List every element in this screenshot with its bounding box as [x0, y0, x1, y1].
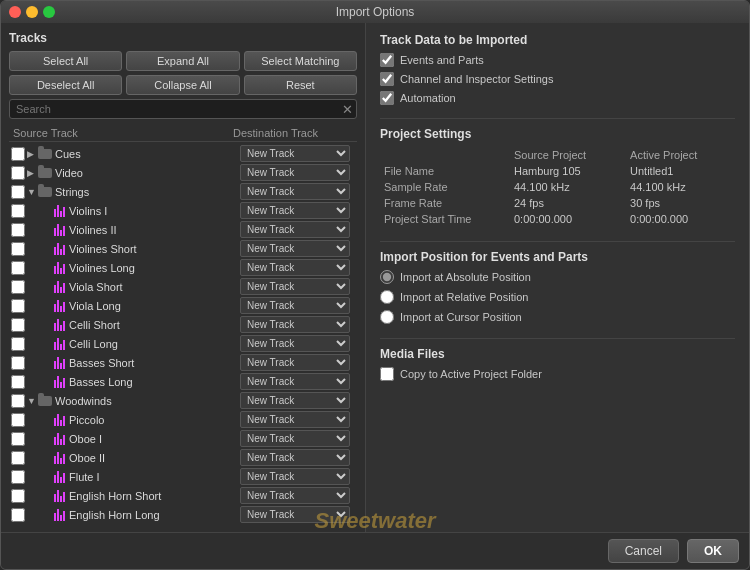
dest-select[interactable]: New Track — [240, 392, 350, 409]
setting-source: 44.100 kHz — [510, 179, 626, 195]
dest-select[interactable]: New Track — [240, 430, 350, 447]
track-expand-icon[interactable]: ▼ — [27, 396, 37, 406]
track-checkbox[interactable] — [11, 280, 25, 294]
track-name-label: Strings — [55, 186, 240, 198]
dest-select[interactable]: New Track — [240, 354, 350, 371]
track-checkbox[interactable] — [11, 413, 25, 427]
radio-cursor-input[interactable] — [380, 310, 394, 324]
track-checkbox[interactable] — [11, 375, 25, 389]
track-row: Oboe IINew Track — [9, 448, 357, 467]
search-input[interactable] — [9, 99, 357, 119]
dest-select[interactable]: New Track — [240, 449, 350, 466]
left-panel: Tracks Select All Expand All Select Matc… — [1, 23, 366, 532]
track-name-label: Viola Short — [69, 281, 240, 293]
select-matching-button[interactable]: Select Matching — [244, 51, 357, 71]
automation-checkbox[interactable] — [380, 91, 394, 105]
dest-select[interactable]: New Track — [240, 373, 350, 390]
track-row: Basses LongNew Track — [9, 372, 357, 391]
dest-select[interactable]: New Track — [240, 411, 350, 428]
window-title: Import Options — [336, 5, 415, 19]
copy-folder-checkbox[interactable] — [380, 367, 394, 381]
track-checkbox[interactable] — [11, 356, 25, 370]
ok-button[interactable]: OK — [687, 539, 739, 563]
dest-select[interactable]: New Track — [240, 183, 350, 200]
track-checkbox[interactable] — [11, 318, 25, 332]
track-expand-icon[interactable]: ▼ — [27, 187, 37, 197]
track-checkbox[interactable] — [11, 337, 25, 351]
tracks-section-title: Tracks — [9, 31, 357, 45]
radio-relative-input[interactable] — [380, 290, 394, 304]
setting-label: Sample Rate — [380, 179, 510, 195]
cancel-button[interactable]: Cancel — [608, 539, 679, 563]
main-content: Tracks Select All Expand All Select Matc… — [1, 23, 749, 532]
collapse-all-button[interactable]: Collapse All — [126, 75, 239, 95]
track-expand-icon[interactable]: ▶ — [27, 149, 37, 159]
dest-select[interactable]: New Track — [240, 145, 350, 162]
track-destination: New Track — [240, 354, 355, 371]
track-checkbox[interactable] — [11, 489, 25, 503]
track-expand-icon[interactable]: ▶ — [27, 168, 37, 178]
expand-all-button[interactable]: Expand All — [126, 51, 239, 71]
track-destination: New Track — [240, 449, 355, 466]
dest-select[interactable]: New Track — [240, 316, 350, 333]
dest-select[interactable]: New Track — [240, 278, 350, 295]
dest-select[interactable]: New Track — [240, 297, 350, 314]
project-setting-row: File NameHamburg 105Untitled1 — [380, 163, 735, 179]
close-button[interactable] — [9, 6, 21, 18]
minimize-button[interactable] — [26, 6, 38, 18]
events-parts-checkbox[interactable] — [380, 53, 394, 67]
track-checkbox[interactable] — [11, 299, 25, 313]
dest-select[interactable]: New Track — [240, 259, 350, 276]
track-row: Basses ShortNew Track — [9, 353, 357, 372]
track-checkbox[interactable] — [11, 261, 25, 275]
audio-track-icon — [51, 432, 67, 446]
title-bar: Import Options — [1, 1, 749, 23]
dest-select[interactable]: New Track — [240, 221, 350, 238]
select-all-button[interactable]: Select All — [9, 51, 122, 71]
track-checkbox[interactable] — [11, 451, 25, 465]
search-clear-icon[interactable]: ✕ — [342, 103, 353, 116]
track-checkbox[interactable] — [11, 432, 25, 446]
track-row: ▶CuesNew Track — [9, 144, 357, 163]
reset-button[interactable]: Reset — [244, 75, 357, 95]
dest-select[interactable]: New Track — [240, 164, 350, 181]
maximize-button[interactable] — [43, 6, 55, 18]
dest-select[interactable]: New Track — [240, 202, 350, 219]
track-checkbox[interactable] — [11, 470, 25, 484]
radio-absolute-input[interactable] — [380, 270, 394, 284]
track-checkbox[interactable] — [11, 394, 25, 408]
dest-select[interactable]: New Track — [240, 487, 350, 504]
track-checkbox[interactable] — [11, 223, 25, 237]
dest-select[interactable]: New Track — [240, 468, 350, 485]
track-checkbox[interactable] — [11, 166, 25, 180]
window-controls — [9, 6, 55, 18]
channel-inspector-label: Channel and Inspector Settings — [400, 73, 554, 85]
audio-track-icon — [51, 223, 67, 237]
right-panel: Track Data to be Imported Events and Par… — [366, 23, 749, 532]
audio-track-icon — [51, 280, 67, 294]
track-list[interactable]: ▶CuesNew Track▶VideoNew Track▼StringsNew… — [9, 144, 357, 524]
channel-inspector-checkbox[interactable] — [380, 72, 394, 86]
track-checkbox[interactable] — [11, 185, 25, 199]
events-parts-label: Events and Parts — [400, 54, 484, 66]
track-checkbox[interactable] — [11, 508, 25, 522]
radio-absolute-label: Import at Absolute Position — [400, 271, 531, 283]
channel-inspector-row: Channel and Inspector Settings — [380, 72, 735, 86]
audio-track-icon — [51, 489, 67, 503]
track-name-label: Violines Short — [69, 243, 240, 255]
button-row-1: Select All Expand All Select Matching — [9, 51, 357, 71]
copy-folder-row: Copy to Active Project Folder — [380, 367, 735, 381]
dest-select[interactable]: New Track — [240, 335, 350, 352]
track-checkbox[interactable] — [11, 147, 25, 161]
dest-select[interactable]: New Track — [240, 240, 350, 257]
track-checkbox[interactable] — [11, 242, 25, 256]
track-row: English Horn ShortNew Track — [9, 486, 357, 505]
track-row: PiccoloNew Track — [9, 410, 357, 429]
divider-2 — [380, 241, 735, 242]
button-row-2: Deselect All Collapse All Reset — [9, 75, 357, 95]
dest-select[interactable]: New Track — [240, 506, 350, 523]
track-destination: New Track — [240, 240, 355, 257]
deselect-all-button[interactable]: Deselect All — [9, 75, 122, 95]
track-destination: New Track — [240, 487, 355, 504]
track-checkbox[interactable] — [11, 204, 25, 218]
